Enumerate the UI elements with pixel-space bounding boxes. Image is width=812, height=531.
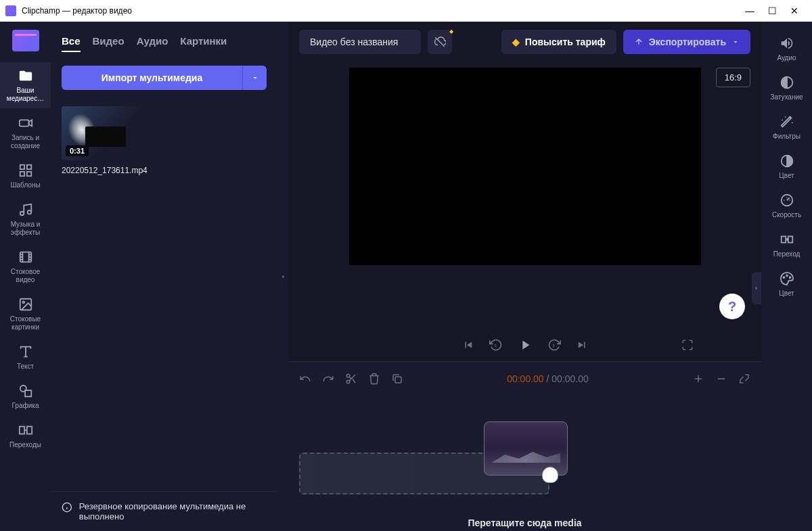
skip-end-button[interactable] <box>576 339 588 351</box>
skip-start-button[interactable] <box>462 339 474 351</box>
prop-audio[interactable]: Аудио <box>761 30 812 68</box>
play-button[interactable] <box>518 338 533 352</box>
help-button[interactable]: ? <box>719 294 745 319</box>
import-media-button[interactable]: Импорт мультимедиа <box>62 66 242 90</box>
sync-status-button[interactable] <box>428 30 452 54</box>
svg-rect-2 <box>26 165 30 169</box>
music-icon <box>18 202 34 218</box>
close-button[interactable]: ✕ <box>790 5 798 16</box>
nav-music[interactable]: Музыка и эффекты <box>0 196 51 242</box>
text-icon <box>18 344 34 360</box>
prop-speed[interactable]: Скорость <box>761 187 812 225</box>
maximize-button[interactable]: ☐ <box>768 5 777 16</box>
nav-label: Ваши медиарес… <box>1 87 49 103</box>
backup-message: Резервное копирование мультимедиа не вып… <box>79 501 267 522</box>
backup-notice[interactable]: Резервное копирование мультимедиа не вып… <box>51 491 277 531</box>
gauge-icon <box>779 192 795 208</box>
nav-label: Музыка и эффекты <box>1 221 49 237</box>
tab-audio[interactable]: Аудио <box>137 35 168 52</box>
fullscreen-button[interactable] <box>681 339 694 351</box>
upgrade-button[interactable]: Повысить тариф <box>501 30 616 54</box>
tab-images[interactable]: Картинки <box>180 35 227 52</box>
collapse-right-panel[interactable] <box>752 272 761 304</box>
svg-text:5: 5 <box>494 344 496 348</box>
nav-label: Переход <box>773 250 800 258</box>
window-title: Clipchamp — редактор видео <box>22 6 132 16</box>
forward-button[interactable]: 5 <box>547 338 561 352</box>
fit-button[interactable] <box>738 373 750 385</box>
nav-label: Цвет <box>779 172 794 180</box>
transition-icon <box>779 231 795 248</box>
svg-point-25 <box>786 275 788 277</box>
svg-text:5: 5 <box>552 344 554 348</box>
main-area: Повысить тариф Экспортировать 16:9 ? 5 5 <box>288 22 761 531</box>
svg-point-6 <box>27 210 31 214</box>
chevron-down-icon <box>251 74 259 82</box>
undo-button[interactable] <box>299 373 311 385</box>
nav-label: Аудио <box>777 54 796 62</box>
prop-color[interactable]: Цвет <box>761 147 812 185</box>
image-icon <box>18 296 34 313</box>
shapes-icon <box>18 383 34 399</box>
timeline-track[interactable]: Перетащите сюда media <box>288 396 761 531</box>
info-icon <box>62 501 72 513</box>
nav-label: Текст <box>17 363 34 371</box>
split-button[interactable] <box>345 373 357 385</box>
nav-label: Запись и создание <box>1 134 49 150</box>
rewind-button[interactable]: 5 <box>489 338 503 352</box>
zoom-out-button[interactable] <box>715 373 727 385</box>
prop-filters[interactable]: Фильтры <box>761 108 812 146</box>
add-track-button[interactable] <box>692 373 704 385</box>
project-title-input[interactable] <box>299 30 421 54</box>
nav-your-media[interactable]: Ваши медиарес… <box>0 62 51 108</box>
tab-all[interactable]: Все <box>62 35 81 52</box>
export-button[interactable]: Экспортировать <box>623 30 750 54</box>
svg-rect-0 <box>19 120 28 126</box>
nav-templates[interactable]: Шаблоны <box>0 157 51 195</box>
nav-label: Затухание <box>770 93 803 101</box>
svg-rect-22 <box>781 236 785 242</box>
media-filename: 20220512_173611.mp4 <box>62 166 148 175</box>
svg-rect-3 <box>20 172 24 176</box>
svg-rect-13 <box>26 427 31 434</box>
svg-point-24 <box>783 277 784 278</box>
duplicate-button[interactable] <box>391 373 403 385</box>
nav-graphics[interactable]: Графика <box>0 377 51 415</box>
nav-label: Переходы <box>9 441 41 449</box>
chevron-right-icon <box>753 285 760 292</box>
svg-rect-11 <box>25 390 31 396</box>
media-thumbnail: 0:31 <box>62 106 148 160</box>
svg-rect-1 <box>20 165 24 169</box>
nav-stock-video[interactable]: Стоковое видео <box>0 244 51 290</box>
video-preview[interactable] <box>349 68 701 265</box>
prop-transition[interactable]: Переход <box>761 226 812 264</box>
window-titlebar: Clipchamp — редактор видео — ☐ ✕ <box>0 0 812 22</box>
media-item[interactable]: 0:31 20220512_173611.mp4 <box>62 106 148 175</box>
nav-label: Стоковые картинки <box>1 315 49 331</box>
nav-record[interactable]: Запись и создание <box>0 110 51 156</box>
right-sidebar: Аудио Затухание Фильтры Цвет Скорость Пе… <box>761 22 812 531</box>
duration-badge: 0:31 <box>66 145 89 156</box>
aspect-ratio-button[interactable]: 16:9 <box>716 68 750 87</box>
left-sidebar: Ваши медиарес… Запись и создание Шаблоны… <box>0 22 51 531</box>
nav-transitions[interactable]: Переходы <box>0 417 51 455</box>
prop-fade[interactable]: Затухание <box>761 69 812 107</box>
film-icon <box>18 249 34 265</box>
nav-text[interactable]: Текст <box>0 338 51 376</box>
tab-video[interactable]: Видео <box>93 35 125 52</box>
prop-color2[interactable]: Цвет <box>761 265 812 303</box>
import-dropdown-button[interactable] <box>242 66 267 90</box>
collapse-media-panel[interactable] <box>277 22 288 531</box>
nav-stock-images[interactable]: Стоковые картинки <box>0 291 51 337</box>
chevron-down-icon <box>731 38 740 46</box>
nav-label: Скорость <box>772 211 801 219</box>
nav-label: Цвет <box>779 290 794 298</box>
clipchamp-logo[interactable] <box>12 30 39 51</box>
preview-area: 16:9 ? <box>288 62 761 329</box>
current-time: 00:00.00 <box>507 373 544 384</box>
svg-rect-4 <box>26 172 30 176</box>
redo-button[interactable] <box>322 373 334 385</box>
delete-button[interactable] <box>368 373 380 385</box>
dragged-clip[interactable] <box>484 421 568 476</box>
minimize-button[interactable]: — <box>745 5 754 16</box>
